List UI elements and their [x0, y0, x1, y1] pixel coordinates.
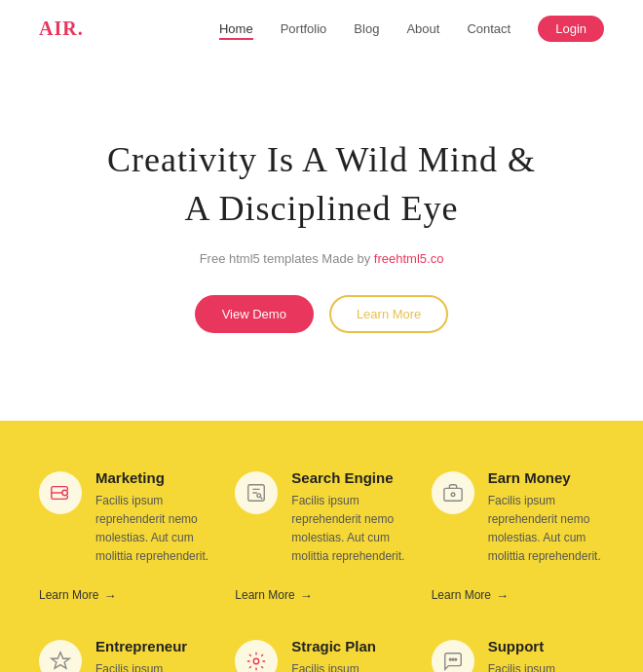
nav-item-home[interactable]: Home — [219, 21, 253, 37]
feature-text-marketing: Marketing Facilis ipsum reprehenderit ne… — [95, 469, 211, 579]
navbar: AIR. Home Portfolio Blog About Contact L… — [0, 0, 643, 57]
features-grid: Marketing Facilis ipsum reprehenderit ne… — [39, 469, 604, 672]
earn-money-desc: Facilis ipsum reprehenderit nemo molesti… — [488, 492, 604, 567]
feature-card-stragic-plan: Stragic Plan Facilis ipsum reprehenderit… — [235, 638, 407, 672]
nav-link-contact[interactable]: Contact — [467, 21, 511, 36]
feature-text-search: Search Engine Facilis ipsum reprehenderi… — [291, 469, 407, 579]
svg-point-6 — [449, 658, 451, 660]
earn-money-learn-more[interactable]: Learn More — [432, 588, 604, 603]
nav-item-contact[interactable]: Contact — [467, 21, 511, 37]
entrepreneur-icon — [50, 651, 71, 672]
stragic-plan-icon-wrapper — [235, 640, 278, 672]
svg-point-5 — [254, 658, 260, 664]
support-icon-wrapper — [432, 640, 474, 672]
feature-card-entrepreneur: Entrepreneur Facilis ipsum reprehenderit… — [39, 638, 211, 672]
entrepreneur-desc: Facilis ipsum reprehenderit nemo molesti… — [95, 660, 211, 672]
search-engine-icon-wrapper — [235, 471, 278, 514]
svg-rect-3 — [443, 488, 461, 501]
feature-card-earn-money: Earn Money Facilis ipsum reprehenderit n… — [432, 469, 604, 603]
feature-text-support: Support Facilis ipsum reprehenderit nemo… — [488, 638, 604, 672]
svg-point-0 — [62, 490, 68, 496]
search-engine-title: Search Engine — [291, 469, 407, 486]
logo-text: AIR — [39, 18, 78, 39]
feature-top-entrepreneur: Entrepreneur Facilis ipsum reprehenderit… — [39, 638, 211, 672]
hero-headline-line2: A Disciplined Eye — [185, 189, 459, 228]
search-engine-icon — [246, 482, 267, 504]
marketing-icon-wrapper — [39, 471, 82, 514]
hero-subtext-link[interactable]: freehtml5.co — [374, 251, 444, 266]
marketing-title: Marketing — [95, 469, 211, 486]
nav-link-about[interactable]: About — [406, 21, 439, 36]
nav-links: Home Portfolio Blog About Contact Login — [219, 21, 604, 37]
feature-top-search: Search Engine Facilis ipsum reprehenderi… — [235, 469, 407, 579]
entrepreneur-title: Entrepreneur — [95, 638, 211, 654]
support-icon — [442, 651, 464, 672]
marketing-desc: Facilis ipsum reprehenderit nemo molesti… — [95, 492, 211, 567]
entrepreneur-icon-wrapper — [39, 640, 82, 672]
feature-text-entrepreneur: Entrepreneur Facilis ipsum reprehenderit… — [95, 638, 211, 672]
nav-item-login[interactable]: Login — [538, 21, 604, 37]
feature-top-earn: Earn Money Facilis ipsum reprehenderit n… — [432, 469, 604, 579]
marketing-learn-more[interactable]: Learn More — [39, 588, 211, 603]
feature-card-search-engine: Search Engine Facilis ipsum reprehenderi… — [235, 469, 407, 603]
learn-more-button[interactable]: Learn More — [329, 295, 448, 333]
stragic-plan-icon — [246, 651, 267, 672]
marketing-icon — [50, 482, 71, 504]
earn-money-title: Earn Money — [488, 469, 604, 486]
nav-link-blog[interactable]: Blog — [354, 21, 379, 36]
hero-subtext: Free html5 templates Made by freehtml5.c… — [39, 251, 604, 266]
svg-point-4 — [451, 493, 455, 497]
hero-buttons: View Demo Learn More — [39, 295, 604, 333]
feature-text-stragic: Stragic Plan Facilis ipsum reprehenderit… — [291, 638, 407, 672]
hero-headline-line1: Creativity Is A Wild Mind & — [107, 140, 536, 179]
feature-card-support: Support Facilis ipsum reprehenderit nemo… — [432, 638, 604, 672]
stragic-plan-title: Stragic Plan — [291, 638, 407, 654]
nav-link-home[interactable]: Home — [219, 21, 253, 40]
svg-point-2 — [257, 494, 261, 498]
search-engine-desc: Facilis ipsum reprehenderit nemo molesti… — [291, 492, 407, 567]
hero-section: Creativity Is A Wild Mind & A Discipline… — [0, 57, 643, 421]
hero-headline: Creativity Is A Wild Mind & A Discipline… — [39, 135, 604, 234]
svg-point-7 — [452, 658, 454, 660]
logo-dot: . — [78, 18, 84, 39]
nav-item-portfolio[interactable]: Portfolio — [281, 21, 327, 37]
support-desc: Facilis ipsum reprehenderit nemo molesti… — [488, 660, 604, 672]
feature-top-marketing: Marketing Facilis ipsum reprehenderit ne… — [39, 469, 211, 579]
stragic-plan-desc: Facilis ipsum reprehenderit nemo molesti… — [291, 660, 407, 672]
feature-top-stragic: Stragic Plan Facilis ipsum reprehenderit… — [235, 638, 407, 672]
feature-text-earn: Earn Money Facilis ipsum reprehenderit n… — [488, 469, 604, 579]
nav-link-portfolio[interactable]: Portfolio — [281, 21, 327, 36]
feature-top-support: Support Facilis ipsum reprehenderit nemo… — [432, 638, 604, 672]
nav-item-about[interactable]: About — [406, 21, 439, 37]
nav-item-blog[interactable]: Blog — [354, 21, 379, 37]
features-section: Marketing Facilis ipsum reprehenderit ne… — [0, 421, 643, 672]
feature-card-marketing: Marketing Facilis ipsum reprehenderit ne… — [39, 469, 211, 603]
login-button[interactable]: Login — [538, 16, 604, 42]
logo: AIR. — [39, 18, 84, 40]
view-demo-button[interactable]: View Demo — [195, 295, 314, 333]
support-title: Support — [488, 638, 604, 654]
svg-point-8 — [454, 658, 456, 660]
earn-money-icon-wrapper — [432, 471, 474, 514]
earn-money-icon — [442, 482, 464, 504]
search-engine-learn-more[interactable]: Learn More — [235, 588, 407, 603]
